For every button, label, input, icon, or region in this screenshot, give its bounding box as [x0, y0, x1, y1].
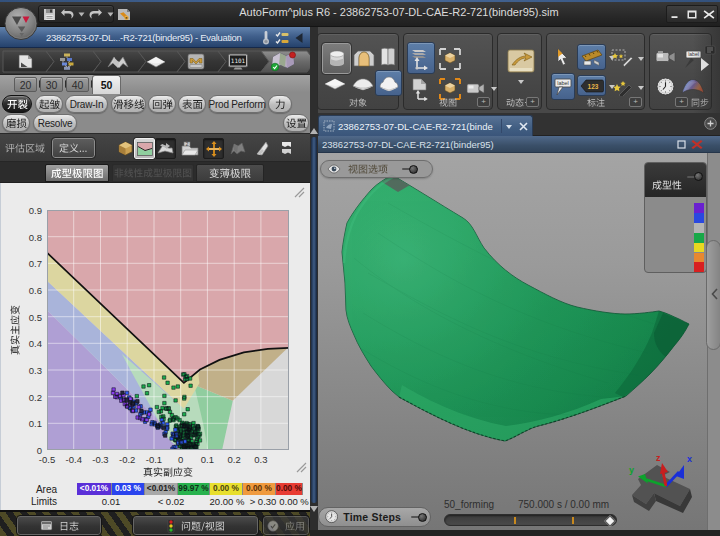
dropdown-caret-highlight-wand[interactable] [638, 86, 644, 90]
fld-chart-panel: -0.5-0.4-0.3-0.2-0.100.10.20.300.10.20.3… [0, 183, 310, 510]
resize-grip-bottom[interactable] [296, 462, 307, 473]
process-step-icon-blank[interactable] [146, 56, 166, 68]
result-tab-thin_tab[interactable] [196, 164, 264, 182]
stage-tab-20[interactable]: 20 [14, 77, 37, 92]
view-options-toggle[interactable] [402, 165, 418, 174]
view-tab[interactable]: 23862753-07-DL-CAE-R2-721(binde [318, 115, 533, 136]
stage-tab-50[interactable]: 50 [92, 75, 121, 94]
ribbon-button-clock[interactable] [654, 74, 677, 99]
result-button-mosun[interactable] [2, 114, 30, 132]
ribbon-button-fit-view[interactable] [436, 44, 463, 73]
issues-views-button[interactable] [133, 516, 258, 535]
x-tick-label: -0.2 [112, 454, 142, 465]
process-step-icon-results[interactable] [269, 51, 297, 72]
fld-plot[interactable] [47, 210, 289, 450]
collapse-panel-button[interactable] [294, 32, 304, 44]
ribbon-group-shitu: + [403, 33, 493, 110]
ribbon-button-annotate-wand[interactable] [609, 45, 635, 70]
undo-button[interactable] [58, 6, 76, 22]
result-button-draw-in[interactable]: Draw-In [65, 95, 108, 113]
maximize-button[interactable] [686, 9, 698, 20]
display-mode-fld-view[interactable] [134, 138, 155, 159]
group-expand-button[interactable]: + [526, 97, 539, 107]
time-slider[interactable] [444, 514, 617, 526]
time-steps-pill[interactable]: Time Steps [318, 507, 431, 527]
add-view-button[interactable] [704, 117, 717, 130]
display-mode-surface-arrow-view[interactable] [155, 138, 176, 159]
ribbon-button-highlight-wand[interactable] [609, 74, 635, 99]
view-options-pill[interactable] [320, 160, 433, 178]
display-mode-flag-view[interactable] [276, 138, 297, 159]
ribbon-button-view-axes[interactable] [407, 42, 435, 74]
legend-toggle[interactable] [687, 172, 703, 181]
display-mode-crumpled-map-view[interactable] [227, 138, 248, 159]
process-step-icon-input-file[interactable] [17, 54, 34, 69]
result-button-prod-perform[interactable]: Prod Perform [208, 95, 266, 113]
close-button[interactable] [703, 9, 715, 20]
ribbon-button-camera-view[interactable] [464, 78, 488, 98]
save-button[interactable] [42, 6, 57, 22]
result-button-resolve[interactable]: Resolve [33, 114, 77, 132]
process-step-icon-simulation[interactable]: 1101 [227, 53, 249, 71]
apply-button[interactable] [263, 516, 309, 535]
ribbon-button-label-tag[interactable]: label [551, 73, 575, 100]
result-tab-nl_fld_tab[interactable] [112, 164, 194, 182]
ribbon-mini-panels-icon[interactable] [704, 45, 716, 55]
ribbon-button-video-camera[interactable] [653, 47, 679, 67]
group-expand-button[interactable]: + [675, 97, 688, 107]
result-button-kailie[interactable] [2, 95, 32, 113]
ribbon-button-tool-solid[interactable] [322, 43, 351, 74]
ribbon-button-flat-blank[interactable] [320, 74, 349, 94]
ribbon-button-low-dome-part[interactable] [349, 73, 377, 94]
viewport-restore-button[interactable] [677, 140, 686, 149]
splitter-bar[interactable] [311, 137, 317, 503]
report-snapshot-button[interactable] [116, 6, 132, 22]
ribbon-button-binder[interactable] [350, 45, 378, 71]
redo-button[interactable] [87, 6, 105, 22]
minimize-button[interactable] [670, 9, 681, 19]
process-step-icon-tools[interactable] [187, 53, 205, 70]
redo-dropdown-caret[interactable] [106, 6, 115, 22]
process-step-icon-process-plan[interactable] [59, 53, 75, 70]
display-mode-solid-view[interactable] [115, 138, 136, 159]
view-tab-close-button[interactable] [519, 122, 528, 131]
time-steps-toggle[interactable] [411, 513, 427, 522]
undo-dropdown-caret[interactable] [77, 6, 86, 22]
result-button-biaomian[interactable] [178, 95, 206, 113]
ribbon-button-measure-ruler[interactable] [577, 44, 606, 70]
group-expand-button[interactable]: + [477, 97, 490, 107]
process-step-icon-part-geometry[interactable] [107, 55, 129, 69]
formability-legend[interactable] [644, 162, 707, 273]
viewport-close-button[interactable] [691, 139, 703, 149]
result-button-huitan[interactable] [148, 95, 176, 113]
display-mode-folder-result-view[interactable]: 2 [179, 138, 200, 159]
view-tab-dropdown-caret[interactable] [505, 124, 513, 130]
result-button-qizhou[interactable] [35, 95, 63, 113]
stage-tab-30[interactable]: 30 [40, 77, 63, 92]
splitter-collapse-up[interactable] [310, 128, 318, 134]
group-expand-button[interactable]: + [629, 97, 642, 107]
ribbon-scroll-right-button[interactable] [699, 57, 710, 72]
autoform-logo-menu-button[interactable] [4, 6, 38, 41]
define-button[interactable] [52, 138, 95, 158]
ribbon-button-high-dome-part[interactable] [375, 70, 402, 96]
result-button-li[interactable] [268, 95, 292, 113]
stage-tab-40[interactable]: 40 [66, 77, 89, 92]
log-button[interactable] [17, 516, 101, 535]
ribbon-button-catalog-pages[interactable] [377, 43, 398, 71]
ribbon-button-value-123[interactable]: 123 [577, 75, 606, 96]
dropdown-caret-annotate-wand[interactable] [638, 57, 644, 61]
checklist-icon[interactable] [275, 31, 289, 45]
result-tab-fld_tab[interactable] [45, 164, 109, 182]
settings-button[interactable] [283, 114, 309, 132]
splitter-collapse-down[interactable] [310, 506, 318, 512]
result-button-huayixian[interactable] [111, 95, 146, 113]
ribbon-button-dynamic-sheet[interactable] [504, 44, 538, 77]
dropdown-caret-dynamic-sheet[interactable] [518, 80, 524, 84]
ribbon-button-pick-cursor[interactable] [551, 44, 573, 71]
display-mode-sail-view[interactable] [251, 138, 272, 159]
viewport-3d[interactable]: 50_forming 750.000 s / 0.00 mm Time Step… [318, 153, 707, 530]
display-mode-section-view[interactable] [203, 138, 224, 159]
thermometer-icon[interactable] [262, 30, 270, 45]
resize-grip-top[interactable] [294, 187, 305, 198]
